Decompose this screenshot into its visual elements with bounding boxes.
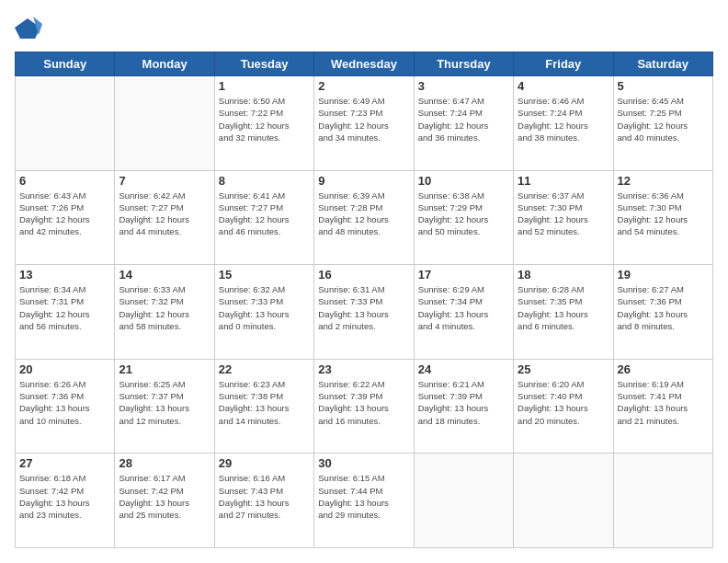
- calendar-cell: 3Sunrise: 6:47 AMSunset: 7:24 PMDaylight…: [414, 76, 513, 171]
- day-number: 10: [418, 174, 509, 188]
- calendar-cell: 27Sunrise: 6:18 AMSunset: 7:42 PMDayligh…: [16, 454, 115, 548]
- calendar-weekday-saturday: Saturday: [613, 52, 712, 76]
- day-number: 21: [119, 362, 210, 376]
- day-number: 29: [219, 456, 310, 470]
- day-number: 16: [318, 268, 409, 282]
- day-number: 18: [518, 268, 609, 282]
- day-number: 8: [219, 174, 310, 188]
- calendar-week-row: 6Sunrise: 6:43 AMSunset: 7:26 PMDaylight…: [16, 170, 713, 265]
- day-info: Sunrise: 6:49 AMSunset: 7:23 PMDaylight:…: [318, 95, 409, 144]
- day-number: 1: [219, 79, 310, 93]
- calendar-cell: 20Sunrise: 6:26 AMSunset: 7:36 PMDayligh…: [16, 359, 115, 454]
- calendar-cell: 7Sunrise: 6:42 AMSunset: 7:27 PMDaylight…: [115, 170, 214, 265]
- day-info: Sunrise: 6:46 AMSunset: 7:24 PMDaylight:…: [518, 95, 609, 144]
- calendar-weekday-monday: Monday: [115, 52, 214, 76]
- calendar-cell: [613, 454, 712, 548]
- calendar-cell: 2Sunrise: 6:49 AMSunset: 7:23 PMDaylight…: [314, 76, 414, 171]
- calendar-cell: 5Sunrise: 6:45 AMSunset: 7:25 PMDaylight…: [613, 76, 712, 171]
- calendar-cell: [16, 76, 115, 171]
- calendar-week-row: 13Sunrise: 6:34 AMSunset: 7:31 PMDayligh…: [16, 265, 713, 360]
- calendar-header-row: SundayMondayTuesdayWednesdayThursdayFrid…: [16, 52, 713, 76]
- day-info: Sunrise: 6:38 AMSunset: 7:29 PMDaylight:…: [418, 190, 509, 238]
- logo: [15, 15, 44, 42]
- day-info: Sunrise: 6:29 AMSunset: 7:34 PMDaylight:…: [418, 283, 509, 332]
- day-number: 3: [418, 79, 509, 93]
- page: SundayMondayTuesdayWednesdayThursdayFrid…: [0, 0, 728, 563]
- day-number: 28: [119, 456, 210, 470]
- day-number: 24: [418, 362, 509, 376]
- day-number: 11: [518, 174, 609, 188]
- day-info: Sunrise: 6:31 AMSunset: 7:33 PMDaylight:…: [318, 283, 409, 332]
- day-number: 30: [318, 456, 409, 470]
- day-info: Sunrise: 6:27 AMSunset: 7:36 PMDaylight:…: [618, 283, 709, 332]
- calendar-weekday-wednesday: Wednesday: [314, 52, 414, 76]
- day-info: Sunrise: 6:28 AMSunset: 7:35 PMDaylight:…: [518, 283, 609, 332]
- calendar-cell: 14Sunrise: 6:33 AMSunset: 7:32 PMDayligh…: [115, 265, 214, 360]
- day-info: Sunrise: 6:21 AMSunset: 7:39 PMDaylight:…: [418, 378, 509, 427]
- calendar-week-row: 27Sunrise: 6:18 AMSunset: 7:42 PMDayligh…: [16, 454, 713, 548]
- day-info: Sunrise: 6:36 AMSunset: 7:30 PMDaylight:…: [618, 190, 709, 238]
- day-number: 5: [618, 79, 709, 93]
- calendar-cell: 22Sunrise: 6:23 AMSunset: 7:38 PMDayligh…: [214, 359, 313, 454]
- day-number: 4: [518, 79, 609, 93]
- calendar-cell: 9Sunrise: 6:39 AMSunset: 7:28 PMDaylight…: [314, 170, 414, 265]
- day-number: 25: [518, 362, 609, 376]
- day-info: Sunrise: 6:17 AMSunset: 7:42 PMDaylight:…: [119, 472, 210, 521]
- day-info: Sunrise: 6:18 AMSunset: 7:42 PMDaylight:…: [19, 472, 110, 521]
- calendar-cell: 6Sunrise: 6:43 AMSunset: 7:26 PMDaylight…: [16, 170, 115, 265]
- logo-icon: [15, 15, 42, 42]
- calendar-cell: [414, 454, 513, 548]
- calendar-cell: 26Sunrise: 6:19 AMSunset: 7:41 PMDayligh…: [613, 359, 712, 454]
- calendar-cell: 17Sunrise: 6:29 AMSunset: 7:34 PMDayligh…: [414, 265, 513, 360]
- calendar-cell: 23Sunrise: 6:22 AMSunset: 7:39 PMDayligh…: [314, 359, 414, 454]
- day-info: Sunrise: 6:19 AMSunset: 7:41 PMDaylight:…: [618, 378, 709, 427]
- day-number: 14: [119, 268, 210, 282]
- calendar-cell: 29Sunrise: 6:16 AMSunset: 7:43 PMDayligh…: [214, 454, 313, 548]
- calendar-weekday-thursday: Thursday: [414, 52, 513, 76]
- day-info: Sunrise: 6:16 AMSunset: 7:43 PMDaylight:…: [219, 472, 310, 521]
- day-number: 26: [618, 362, 709, 376]
- calendar-cell: 1Sunrise: 6:50 AMSunset: 7:22 PMDaylight…: [214, 76, 313, 171]
- day-number: 27: [19, 456, 110, 470]
- calendar-weekday-sunday: Sunday: [16, 52, 115, 76]
- day-info: Sunrise: 6:25 AMSunset: 7:37 PMDaylight:…: [119, 378, 210, 427]
- calendar-cell: 25Sunrise: 6:20 AMSunset: 7:40 PMDayligh…: [514, 359, 613, 454]
- calendar-cell: 24Sunrise: 6:21 AMSunset: 7:39 PMDayligh…: [414, 359, 513, 454]
- calendar-cell: 4Sunrise: 6:46 AMSunset: 7:24 PMDaylight…: [514, 76, 613, 171]
- calendar-cell: 28Sunrise: 6:17 AMSunset: 7:42 PMDayligh…: [115, 454, 214, 548]
- day-number: 20: [19, 362, 110, 376]
- day-info: Sunrise: 6:22 AMSunset: 7:39 PMDaylight:…: [318, 378, 409, 427]
- calendar-cell: [115, 76, 214, 171]
- day-number: 19: [618, 268, 709, 282]
- calendar-cell: 11Sunrise: 6:37 AMSunset: 7:30 PMDayligh…: [514, 170, 613, 265]
- day-number: 9: [318, 174, 409, 188]
- calendar-week-row: 1Sunrise: 6:50 AMSunset: 7:22 PMDaylight…: [16, 76, 713, 171]
- day-info: Sunrise: 6:15 AMSunset: 7:44 PMDaylight:…: [318, 472, 409, 521]
- day-info: Sunrise: 6:42 AMSunset: 7:27 PMDaylight:…: [119, 190, 210, 238]
- day-info: Sunrise: 6:43 AMSunset: 7:26 PMDaylight:…: [19, 190, 110, 238]
- day-info: Sunrise: 6:47 AMSunset: 7:24 PMDaylight:…: [418, 95, 509, 144]
- day-number: 7: [119, 174, 210, 188]
- header: [15, 15, 713, 42]
- calendar-cell: 15Sunrise: 6:32 AMSunset: 7:33 PMDayligh…: [214, 265, 313, 360]
- calendar-week-row: 20Sunrise: 6:26 AMSunset: 7:36 PMDayligh…: [16, 359, 713, 454]
- calendar-cell: 19Sunrise: 6:27 AMSunset: 7:36 PMDayligh…: [613, 265, 712, 360]
- day-info: Sunrise: 6:50 AMSunset: 7:22 PMDaylight:…: [219, 95, 310, 144]
- calendar-cell: 21Sunrise: 6:25 AMSunset: 7:37 PMDayligh…: [115, 359, 214, 454]
- calendar-cell: 10Sunrise: 6:38 AMSunset: 7:29 PMDayligh…: [414, 170, 513, 265]
- day-number: 12: [618, 174, 709, 188]
- day-info: Sunrise: 6:26 AMSunset: 7:36 PMDaylight:…: [19, 378, 110, 427]
- calendar-cell: 12Sunrise: 6:36 AMSunset: 7:30 PMDayligh…: [613, 170, 712, 265]
- calendar-cell: 16Sunrise: 6:31 AMSunset: 7:33 PMDayligh…: [314, 265, 414, 360]
- day-number: 13: [19, 268, 110, 282]
- day-number: 22: [219, 362, 310, 376]
- day-info: Sunrise: 6:39 AMSunset: 7:28 PMDaylight:…: [318, 190, 409, 238]
- day-number: 2: [318, 79, 409, 93]
- day-info: Sunrise: 6:20 AMSunset: 7:40 PMDaylight:…: [518, 378, 609, 427]
- calendar-cell: 8Sunrise: 6:41 AMSunset: 7:27 PMDaylight…: [214, 170, 313, 265]
- day-info: Sunrise: 6:33 AMSunset: 7:32 PMDaylight:…: [119, 283, 210, 332]
- day-number: 15: [219, 268, 310, 282]
- day-info: Sunrise: 6:37 AMSunset: 7:30 PMDaylight:…: [518, 190, 609, 238]
- calendar-cell: 13Sunrise: 6:34 AMSunset: 7:31 PMDayligh…: [16, 265, 115, 360]
- calendar-cell: 18Sunrise: 6:28 AMSunset: 7:35 PMDayligh…: [514, 265, 613, 360]
